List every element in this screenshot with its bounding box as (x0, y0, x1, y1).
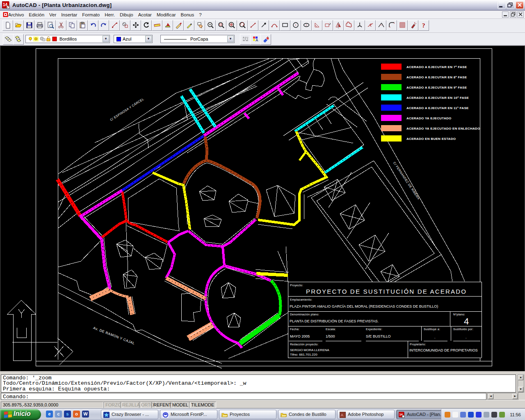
svg-text:.: . (434, 335, 436, 339)
svg-text:S/E BUSTILLO: S/E BUSTILLO (366, 334, 391, 338)
svg-text:Sustituido por:: Sustituido por: (453, 328, 473, 331)
svg-text:C/ FERNÁNDEZ DE RIBERA: C/ FERNÁNDEZ DE RIBERA (393, 161, 420, 200)
svg-text:?: ? (422, 22, 425, 29)
svg-text:A: A (341, 413, 344, 417)
svg-text:Sustituye a:: Sustituye a: (424, 328, 440, 331)
svg-text:1/500: 1/500 (326, 334, 335, 338)
svg-text:ACERADO A EJECUTAR EN 9ª FASE: ACERADO A EJECUTAR EN 9ª FASE (406, 86, 467, 89)
svg-text:ACERADO A EJECUTAR EN 11ª FASE: ACERADO A EJECUTAR EN 11ª FASE (406, 106, 469, 110)
svg-text:Escala:: Escala: (326, 328, 336, 331)
svg-text:.: . (466, 335, 467, 339)
svg-text:ACERADO YA EJECUTADO EN ENLECH: ACERADO YA EJECUTADO EN ENLECHADO (406, 127, 480, 130)
svg-text:ACERADO A EJECUTAR EN 8ª FASE: ACERADO A EJECUTAR EN 8ª FASE (406, 75, 467, 79)
svg-text:ACERADO EN BUEN ESTADO: ACERADO EN BUEN ESTADO (406, 137, 456, 141)
svg-text:Nºplano:: Nºplano: (453, 313, 465, 316)
svg-text:ACERADO A EJECUTAR EN 7ª FASE: ACERADO A EJECUTAR EN 7ª FASE (406, 65, 467, 69)
svg-text:Fecha:: Fecha: (290, 328, 299, 331)
svg-text:4: 4 (464, 316, 469, 326)
svg-text:Proyecto:: Proyecto: (290, 284, 303, 287)
svg-text:Propietario:: Propietario: (410, 343, 426, 346)
svg-text:ACERADO YA EJECUTADO: ACERADO YA EJECUTADO (406, 116, 452, 120)
svg-text:SERGIO MORA LLERENA: SERGIO MORA LLERENA (290, 348, 329, 352)
svg-text:A: A (256, 38, 258, 42)
svg-text:INTERCOMUNIDAD DE PROPIETARIOS: INTERCOMUNIDAD DE PROPIETARIOS (409, 348, 478, 352)
svg-text:Expediente:: Expediente: (366, 328, 382, 331)
svg-text:C/ ESPINOSA Y CÁRCEL: C/ ESPINOSA Y CÁRCEL (110, 97, 145, 122)
svg-text:Emplazamiento:: Emplazamiento: (290, 298, 312, 301)
svg-text:MAYO 2005: MAYO 2005 (290, 334, 310, 338)
svg-text:Av. DE RAMON Y CAJAL: Av. DE RAMON Y CAJAL (93, 326, 136, 345)
svg-text:Tlfno: 661.701.220: Tlfno: 661.701.220 (290, 353, 317, 356)
svg-text:PLAZA PINTOR AMALIO GARCÍA DEL: PLAZA PINTOR AMALIO GARCÍA DEL MORAL (RE… (290, 304, 438, 308)
svg-text:PROYECTO DE SUSTITUCIÓN DE ACE: PROYECTO DE SUSTITUCIÓN DE ACERADO (306, 288, 467, 295)
svg-text:ACERADO A EJECUTAR EN 10ª FASE: ACERADO A EJECUTAR EN 10ª FASE (406, 96, 469, 100)
svg-text:Denominación plano:: Denominación plano: (290, 313, 319, 316)
svg-text:Redacción proyecto:: Redacción proyecto: (290, 343, 319, 346)
svg-text:PLANTA DE DISTRIBUCIÓN DE FASE: PLANTA DE DISTRIBUCIÓN DE FASES PREVISTA… (290, 319, 379, 323)
